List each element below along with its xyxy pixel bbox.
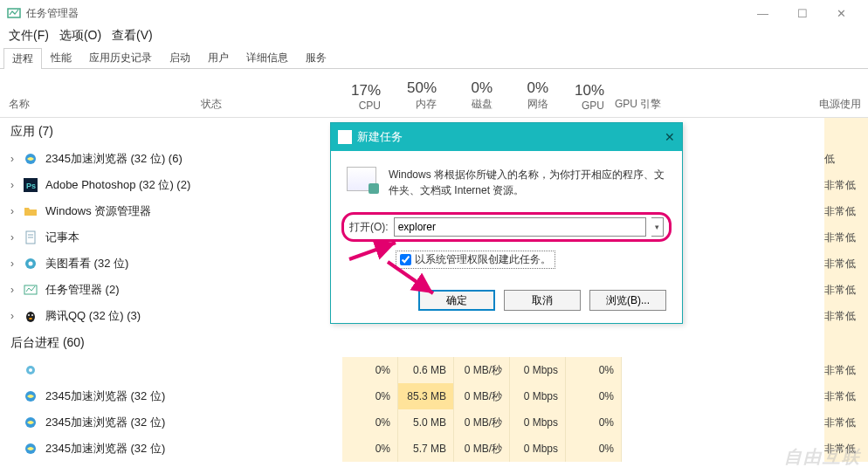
col-cpu[interactable]: 17%CPU [332, 82, 388, 117]
tab-performance[interactable]: 性能 [42, 47, 80, 68]
process-row[interactable]: 2345加速浏览器 (32 位) 0% 5.7 MB 0 MB/秒 0 Mbps… [0, 436, 868, 462]
process-name: 记事本 [45, 230, 342, 245]
net-value: 0 Mbps [510, 409, 566, 436]
qq-icon [23, 308, 38, 324]
gear-icon [23, 362, 38, 378]
task-manager-icon [23, 282, 38, 298]
menu-view[interactable]: 查看(V) [112, 28, 153, 44]
process-row[interactable]: 2345加速浏览器 (32 位) 0% 5.0 MB 0 MB/秒 0 Mbps… [0, 409, 868, 436]
open-field-highlight: 打开(O): ▾ [341, 212, 672, 242]
power-value: 非常低 [824, 309, 868, 324]
cpu-value: 0% [342, 409, 398, 436]
expand-icon[interactable]: › [10, 310, 23, 322]
svg-point-12 [31, 314, 33, 316]
col-power[interactable]: 电源使用 [819, 97, 868, 117]
process-name: Windows 资源管理器 [45, 203, 342, 219]
menu-file[interactable]: 文件(F) [9, 28, 49, 44]
expand-icon[interactable]: › [10, 284, 23, 296]
maximize-button[interactable]: ☐ [782, 0, 822, 26]
tab-details[interactable]: 详细信息 [238, 47, 297, 68]
svg-point-11 [28, 314, 30, 316]
open-input[interactable] [394, 217, 646, 237]
image-viewer-icon [23, 256, 38, 271]
svg-point-13 [29, 318, 32, 319]
dropdown-button[interactable]: ▾ [651, 217, 664, 237]
title-bar: 任务管理器 — ☐ ✕ [0, 0, 868, 26]
close-button[interactable]: ✕ [822, 0, 861, 26]
disk-value: 0 MB/秒 [454, 409, 510, 436]
process-name: 美图看看 (32 位) [45, 256, 342, 271]
group-background: 后台进程 (60) [0, 329, 868, 357]
browse-button[interactable]: 浏览(B)... [589, 290, 666, 311]
watermark: 自由互联 [784, 445, 861, 469]
col-disk[interactable]: 0%磁盘 [444, 79, 499, 117]
expand-icon[interactable]: › [10, 153, 23, 165]
col-network[interactable]: 0%网络 [499, 79, 555, 117]
svg-point-10 [26, 312, 35, 322]
expand-icon[interactable]: › [10, 258, 23, 270]
window-controls: — ☐ ✕ [743, 0, 861, 26]
mem-value: 0.6 MB [398, 357, 454, 383]
tab-startup[interactable]: 启动 [161, 47, 199, 68]
tab-processes[interactable]: 进程 [3, 48, 42, 69]
cpu-value: 0% [342, 357, 398, 383]
process-name: 腾讯QQ (32 位) (3) [45, 308, 342, 324]
ok-button[interactable]: 确定 [418, 290, 495, 311]
disk-value: 0 MB/秒 [454, 357, 510, 383]
cancel-button[interactable]: 取消 [504, 290, 581, 311]
power-value: 低 [824, 152, 868, 167]
admin-checkbox-label: 以系统管理权限创建此任务。 [415, 252, 551, 267]
open-label: 打开(O): [349, 220, 389, 235]
process-row[interactable]: 0% 0.6 MB 0 MB/秒 0 Mbps 0% 非常低 [0, 357, 868, 383]
window-title: 任务管理器 [26, 6, 79, 21]
minimize-button[interactable]: — [743, 0, 782, 26]
expand-icon[interactable]: › [10, 205, 23, 217]
tab-users[interactable]: 用户 [199, 47, 238, 68]
dialog-title-bar[interactable]: 新建任务 ✕ [331, 123, 682, 151]
gpu-value: 0% [566, 436, 622, 462]
dialog-close-button[interactable]: ✕ [665, 130, 675, 144]
cpu-value: 0% [342, 436, 398, 462]
disk-value: 0 MB/秒 [454, 383, 510, 409]
menu-bar: 文件(F) 选项(O) 查看(V) [0, 26, 868, 47]
expand-icon[interactable]: › [10, 179, 23, 191]
notepad-icon [23, 230, 38, 245]
dialog-icon [338, 130, 352, 144]
explorer-icon [23, 203, 38, 219]
expand-icon[interactable]: › [10, 231, 23, 244]
browser-icon [23, 151, 38, 167]
col-status[interactable]: 状态 [201, 97, 332, 117]
tab-bar: 进程 性能 应用历史记录 启动 用户 详细信息 服务 [0, 47, 868, 69]
photoshop-icon: Ps [23, 177, 38, 193]
process-row[interactable]: 2345加速浏览器 (32 位) 0% 85.3 MB 0 MB/秒 0 Mbp… [0, 383, 868, 409]
mem-value: 85.3 MB [398, 383, 454, 409]
power-value: 非常低 [824, 283, 868, 298]
net-value: 0 Mbps [510, 383, 566, 409]
column-headers: 名称 状态 17%CPU 50%内存 0%磁盘 0%网络 10%GPU GPU … [0, 69, 868, 118]
tab-app-history[interactable]: 应用历史记录 [80, 47, 161, 68]
cpu-value: 0% [342, 383, 398, 409]
svg-point-8 [29, 262, 33, 266]
disk-value: 0 MB/秒 [454, 436, 510, 462]
net-value: 0 Mbps [510, 436, 566, 462]
svg-text:Ps: Ps [26, 182, 36, 190]
mem-value: 5.7 MB [398, 436, 454, 462]
col-name[interactable]: 名称 [0, 97, 201, 117]
power-value: 非常低 [824, 230, 868, 245]
col-gpu[interactable]: 10%GPU [555, 82, 611, 117]
menu-options[interactable]: 选项(O) [59, 28, 101, 44]
net-value: 0 Mbps [510, 357, 566, 383]
col-gpu-engine[interactable]: GPU 引擎 [611, 97, 681, 117]
browser-icon [23, 441, 38, 457]
power-value: 非常低 [824, 363, 868, 378]
browser-icon [23, 415, 38, 430]
browser-icon [23, 388, 38, 404]
col-memory[interactable]: 50%内存 [388, 79, 444, 117]
admin-checkbox[interactable] [400, 254, 411, 265]
admin-checkbox-row[interactable]: 以系统管理权限创建此任务。 [396, 251, 555, 269]
run-icon [347, 167, 376, 191]
tab-services[interactable]: 服务 [297, 47, 335, 68]
app-icon [7, 6, 21, 20]
new-task-dialog: 新建任务 ✕ Windows 将根据你所键入的名称，为你打开相应的程序、文件夹、… [330, 122, 683, 324]
process-name: 任务管理器 (2) [45, 282, 342, 298]
